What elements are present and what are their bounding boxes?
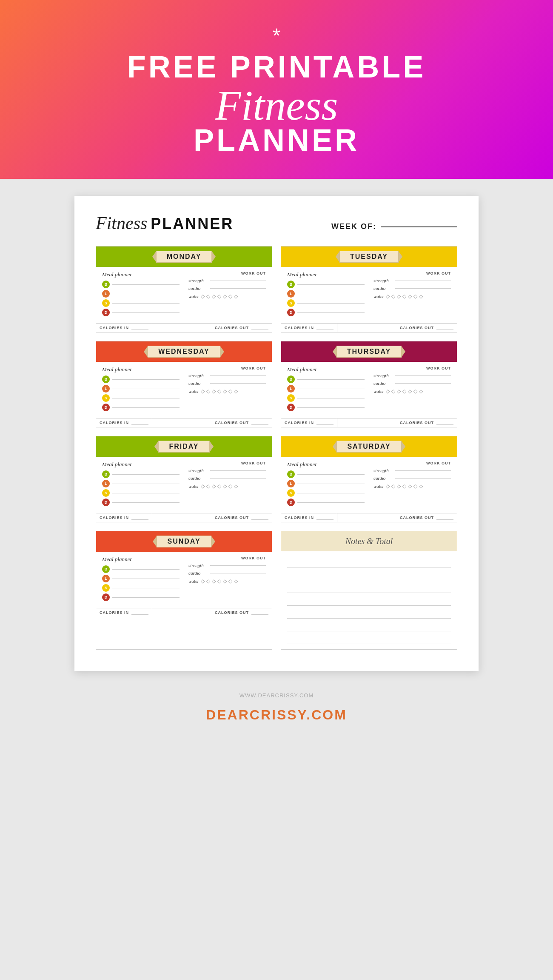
workout-title: WORK OUT bbox=[188, 461, 266, 465]
day-header-wednesday: WEDNESDAY bbox=[96, 341, 272, 362]
meal-row: S bbox=[102, 394, 180, 402]
water-drop-icon: ◇ bbox=[419, 388, 423, 394]
water-drop-icon: ◇ bbox=[386, 293, 390, 299]
notes-line bbox=[287, 556, 451, 567]
water-row: water ◇ ◇ ◇ ◇ ◇ ◇ ◇ bbox=[373, 293, 451, 299]
meal-row: B bbox=[102, 565, 180, 573]
calories-in-cell: CALORIES IN bbox=[96, 608, 152, 617]
day-body-saturday: Meal plannerBLSDWORK OUTstrengthcardiowa… bbox=[281, 457, 457, 510]
notes-line bbox=[287, 568, 451, 580]
workout-cardio-label: cardio bbox=[188, 570, 208, 576]
meal-row: D bbox=[287, 499, 365, 506]
calories-in-value[interactable] bbox=[131, 421, 148, 425]
calories-in-value[interactable] bbox=[131, 326, 148, 330]
water-drop-icon: ◇ bbox=[217, 293, 221, 299]
calories-out-value[interactable] bbox=[251, 610, 268, 615]
meal-line bbox=[112, 493, 180, 493]
water-drop-icon: ◇ bbox=[402, 483, 406, 489]
calories-out-value[interactable] bbox=[436, 421, 453, 425]
footer-brand: DEARCRISSY.COM bbox=[206, 707, 347, 723]
workout-strength-label: strength bbox=[373, 468, 393, 473]
meal-badge-s: S bbox=[287, 489, 295, 497]
water-drop-icon: ◇ bbox=[223, 578, 227, 584]
meal-row: S bbox=[102, 489, 180, 497]
calories-bar: CALORIES INCALORIES OUT bbox=[96, 323, 272, 332]
calories-out-value[interactable] bbox=[251, 326, 268, 330]
meal-row: D bbox=[102, 499, 180, 506]
calories-out-value[interactable] bbox=[436, 326, 453, 330]
meal-line bbox=[112, 312, 180, 313]
day-body-monday: Meal plannerBLSDWORK OUTstrengthcardiowa… bbox=[96, 267, 272, 321]
water-drop-icon: ◇ bbox=[212, 483, 216, 489]
calories-out-value[interactable] bbox=[436, 516, 453, 520]
workout-cardio-line bbox=[395, 288, 451, 289]
meal-line bbox=[297, 502, 365, 503]
header-banner: * FREE PRINTABLE Fitness Planner bbox=[0, 0, 553, 179]
day-name-sunday: SUNDAY bbox=[157, 536, 211, 547]
water-drop-icon: ◇ bbox=[234, 578, 238, 584]
meal-line bbox=[297, 284, 365, 285]
workout-title: WORK OUT bbox=[373, 366, 451, 370]
calories-bar: CALORIES INCALORIES OUT bbox=[281, 418, 457, 427]
water-drop-icon: ◇ bbox=[217, 483, 221, 489]
calories-bar: CALORIES INCALORIES OUT bbox=[96, 608, 272, 617]
water-drop-icon: ◇ bbox=[223, 388, 227, 394]
workout-cardio-row: cardio bbox=[188, 476, 266, 481]
calories-out-cell: CALORIES OUT bbox=[396, 418, 457, 427]
calories-in-value[interactable] bbox=[131, 516, 148, 520]
meal-line bbox=[297, 474, 365, 475]
workout-strength-label: strength bbox=[188, 373, 208, 378]
workout-cardio-label: cardio bbox=[373, 476, 393, 481]
meal-title: Meal planner bbox=[102, 556, 180, 563]
meal-row: L bbox=[287, 480, 365, 487]
water-drop-icon: ◇ bbox=[206, 578, 210, 584]
water-drop-icon: ◇ bbox=[413, 483, 417, 489]
day-card-friday: FRIDAYMeal plannerBLSDWORK OUTstrengthca… bbox=[96, 436, 272, 522]
water-drop-icon: ◇ bbox=[397, 388, 401, 394]
water-drop-icon: ◇ bbox=[413, 293, 417, 299]
day-header-tuesday: TUESDAY bbox=[281, 246, 457, 267]
calories-out-cell: CALORIES OUT bbox=[396, 513, 457, 522]
calories-in-value[interactable] bbox=[316, 421, 334, 425]
calories-out-cell: CALORIES OUT bbox=[211, 513, 272, 522]
workout-title: WORK OUT bbox=[188, 556, 266, 560]
notes-line bbox=[287, 607, 451, 619]
calories-in-cell: CALORIES IN bbox=[96, 418, 152, 427]
workout-cardio-row: cardio bbox=[188, 381, 266, 386]
day-name-wednesday: WEDNESDAY bbox=[148, 346, 220, 358]
calories-bar: CALORIES INCALORIES OUT bbox=[96, 513, 272, 522]
workout-section: WORK OUTstrengthcardiowater ◇ ◇ ◇ ◇ ◇ ◇ … bbox=[373, 271, 451, 318]
day-header-saturday: SATURDAY bbox=[281, 436, 457, 457]
calories-in-cell: CALORIES IN bbox=[281, 324, 337, 332]
calories-out-value[interactable] bbox=[251, 516, 268, 520]
workout-strength-label: strength bbox=[188, 563, 208, 568]
meal-row: D bbox=[102, 404, 180, 411]
workout-cardio-line bbox=[395, 478, 451, 479]
water-row: water ◇ ◇ ◇ ◇ ◇ ◇ ◇ bbox=[188, 293, 266, 299]
workout-section: WORK OUTstrengthcardiowater ◇ ◇ ◇ ◇ ◇ ◇ … bbox=[373, 366, 451, 413]
meal-badge-d: D bbox=[287, 404, 295, 411]
meal-row: L bbox=[102, 575, 180, 582]
calories-out-value[interactable] bbox=[251, 421, 268, 425]
notes-title: Notes & Total bbox=[345, 536, 393, 546]
calories-in-value[interactable] bbox=[316, 326, 334, 330]
workout-strength-line bbox=[210, 281, 266, 281]
workout-cardio-row: cardio bbox=[188, 570, 266, 576]
meal-row: D bbox=[102, 309, 180, 316]
meal-badge-b: B bbox=[287, 470, 295, 478]
meal-row: D bbox=[287, 309, 365, 316]
workout-cardio-line bbox=[210, 288, 266, 289]
day-header-monday: MONDAY bbox=[96, 246, 272, 267]
calories-in-value[interactable] bbox=[316, 516, 334, 520]
notes-body bbox=[281, 551, 457, 649]
meal-badge-l: L bbox=[287, 290, 295, 298]
meal-title: Meal planner bbox=[287, 271, 365, 278]
meal-line bbox=[297, 303, 365, 304]
meal-title: Meal planner bbox=[102, 461, 180, 468]
week-of-row: WEEK OF: bbox=[331, 222, 457, 231]
meal-line bbox=[112, 579, 180, 579]
meal-row: D bbox=[102, 593, 180, 601]
calories-in-value[interactable] bbox=[131, 610, 148, 615]
header-free-printable: FREE PRINTABLE bbox=[127, 52, 426, 82]
meal-badge-s: S bbox=[102, 299, 110, 307]
